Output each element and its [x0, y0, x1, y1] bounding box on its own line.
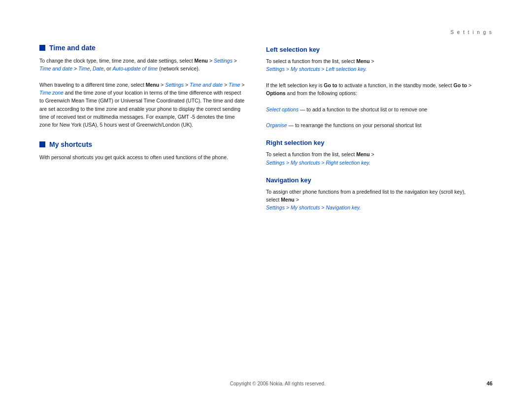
td-settings-link-2[interactable]: Settings	[165, 82, 184, 88]
left-selection-key-body: To select a function from the list, sele…	[266, 57, 473, 129]
lsk-organise-link[interactable]: Organise	[266, 122, 287, 128]
my-shortcuts-icon	[39, 141, 45, 147]
td-timezone-link[interactable]: Time zone	[39, 90, 64, 96]
td-menu-bold-2: Menu	[146, 82, 159, 88]
nk-body-1b: >	[295, 197, 299, 203]
page-container: S e t t i n g s Time and date To change …	[0, 0, 532, 411]
my-shortcuts-title-text: My shortcuts	[49, 140, 92, 148]
td-menu-bold: Menu	[195, 58, 208, 64]
content-area: Time and date To change the clock type, …	[39, 44, 493, 371]
td-body-1b: >	[208, 58, 214, 64]
lsk-goto-bold-2: Go to	[454, 82, 467, 88]
time-date-icon	[39, 45, 45, 51]
time-date-title-text: Time and date	[49, 44, 96, 52]
td-settings-link[interactable]: Settings	[214, 58, 233, 64]
lsk-options-bold: Options	[266, 90, 286, 96]
td-body-1: To change the clock type, time, time zon…	[39, 58, 195, 64]
td-date-link[interactable]: Date	[93, 66, 103, 71]
lsk-body-1b: >	[370, 58, 374, 64]
time-date-section-title: Time and date	[39, 44, 246, 52]
right-column: Left selection key To select a function …	[266, 44, 473, 371]
left-selection-key-title: Left selection key	[266, 46, 473, 53]
td-time-link[interactable]: Time	[78, 66, 90, 71]
td-auto-link[interactable]: Auto-update of time	[112, 66, 158, 71]
footer-copyright: Copyright © 2006 Nokia. All rights reser…	[69, 381, 487, 386]
rsk-menu-bold: Menu	[356, 151, 369, 157]
my-shortcuts-section-title: My shortcuts	[39, 140, 246, 148]
nk-menu-bold: Menu	[281, 197, 294, 203]
td-body-2e: >	[240, 82, 244, 88]
td-timedate-link[interactable]: Time and date	[39, 66, 72, 71]
td-timedate-link-2[interactable]: Time and date	[190, 82, 223, 88]
settings-label: S e t t i n g s	[39, 30, 493, 35]
lsk-path-link[interactable]: Settings > My shortcuts > Left selection…	[266, 66, 367, 72]
lsk-select-options-link[interactable]: Select options	[266, 106, 299, 112]
lsk-organise-text: — to rearrange the functions on your per…	[287, 122, 422, 128]
footer-page-number: 46	[487, 380, 493, 386]
td-body-1c: >	[233, 58, 237, 64]
my-shortcuts-body-text: With personal shortcuts you get quick ac…	[39, 154, 228, 160]
left-column: Time and date To change the clock type, …	[39, 44, 246, 371]
lsk-body-2c: >	[467, 82, 471, 88]
my-shortcuts-body: With personal shortcuts you get quick ac…	[39, 153, 246, 161]
td-body-2c: >	[184, 82, 190, 88]
rsk-path-link[interactable]: Settings > My shortcuts > Right selectio…	[266, 160, 370, 166]
td-body-2f: and the time zone of your location in te…	[39, 90, 244, 128]
navigation-key-title: Navigation key	[266, 176, 473, 184]
lsk-body-2b: to activate a function, in the standby m…	[337, 82, 454, 88]
lsk-goto-bold: Go to	[324, 82, 337, 88]
td-body-2d: >	[223, 82, 229, 88]
lsk-select-options-text: — to add a function to the shortcut list…	[299, 106, 427, 112]
rsk-body-1: To select a function from the list, sele…	[266, 151, 356, 157]
right-selection-key-body: To select a function from the list, sele…	[266, 150, 473, 167]
rsk-body-1b: >	[370, 151, 374, 157]
right-selection-key-title: Right selection key	[266, 139, 473, 146]
td-body-2b: >	[159, 82, 165, 88]
td-body-2: When traveling to a different time zone,…	[39, 82, 146, 88]
nk-path-link[interactable]: Settings > My shortcuts > Navigation key…	[266, 205, 361, 210]
time-date-body: To change the clock type, time, time zon…	[39, 57, 246, 129]
lsk-menu-bold: Menu	[356, 58, 369, 64]
lsk-body-1: To select a function from the list, sele…	[266, 58, 356, 64]
lsk-body-2: If the left selection key is	[266, 82, 324, 88]
td-body-1f: , or	[103, 66, 112, 71]
td-time-link-2[interactable]: Time	[229, 82, 240, 88]
lsk-body-2d: and from the following options:	[286, 90, 357, 96]
page-footer: Copyright © 2006 Nokia. All rights reser…	[39, 371, 493, 391]
td-body-1d: >	[72, 66, 78, 71]
navigation-key-body: To assign other phone functions from a p…	[266, 188, 473, 212]
td-body-1g: (network service).	[158, 66, 200, 71]
